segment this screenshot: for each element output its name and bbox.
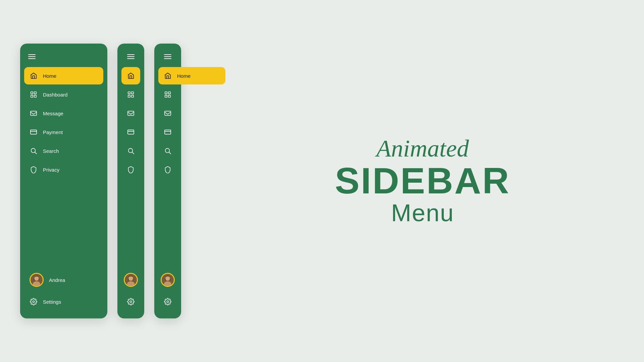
nav-label-message-expanded: Message xyxy=(43,111,63,116)
nav-label-payment-expanded: Payment xyxy=(43,129,63,135)
nav-item-privacy-medium[interactable] xyxy=(121,161,140,178)
nav-label-home-compact: Home xyxy=(177,73,191,79)
svg-rect-27 xyxy=(31,111,37,116)
nav-label-settings-expanded: Settings xyxy=(43,299,61,305)
svg-line-31 xyxy=(35,152,37,154)
nav-item-search-medium[interactable] xyxy=(121,142,140,160)
svg-rect-55 xyxy=(165,130,171,134)
privacy-icon xyxy=(30,166,38,174)
nav-item-home-compact[interactable]: Home xyxy=(158,67,225,84)
svg-point-62 xyxy=(167,301,169,303)
nav-item-home-medium[interactable] xyxy=(121,67,140,84)
home-icon xyxy=(30,72,38,80)
svg-point-35 xyxy=(35,277,39,281)
nav-label-privacy-expanded: Privacy xyxy=(43,167,59,173)
nav-label-home-expanded: Home xyxy=(43,73,56,79)
nav-item-message-compact[interactable] xyxy=(158,105,177,122)
svg-rect-54 xyxy=(165,111,171,116)
nav-item-settings-expanded[interactable]: Settings xyxy=(24,293,103,310)
sidebar-header-medium xyxy=(117,52,144,67)
svg-rect-25 xyxy=(31,95,33,97)
avatar-compact xyxy=(161,273,175,287)
svg-rect-23 xyxy=(31,92,33,94)
nav-item-settings-compact[interactable] xyxy=(164,293,172,310)
nav-label-search-expanded: Search xyxy=(43,148,59,154)
settings-icon-medium xyxy=(127,298,135,306)
search-icon xyxy=(30,147,38,155)
message-icon xyxy=(30,109,38,117)
dashboard-icon-compact xyxy=(164,90,172,99)
svg-rect-28 xyxy=(31,130,37,134)
nav-item-dashboard-expanded[interactable]: Dashboard xyxy=(24,86,103,103)
svg-point-36 xyxy=(33,301,35,303)
hero-line1: Animated xyxy=(335,135,510,162)
nav-item-payment-compact[interactable] xyxy=(158,123,177,141)
settings-icon-compact xyxy=(164,298,172,306)
home-icon-compact xyxy=(164,72,172,80)
nav-items-medium xyxy=(117,67,144,268)
svg-line-45 xyxy=(132,152,134,154)
payment-icon xyxy=(30,128,38,136)
privacy-icon-medium xyxy=(127,166,135,174)
nav-item-message-medium[interactable] xyxy=(121,105,140,122)
sidebar-header-compact xyxy=(154,52,181,67)
payment-icon-compact xyxy=(164,128,172,136)
nav-item-home-expanded[interactable]: Home xyxy=(24,67,103,84)
payment-icon-medium xyxy=(127,128,135,136)
svg-line-58 xyxy=(169,152,171,154)
nav-item-dashboard-medium[interactable] xyxy=(121,86,140,103)
sidebar-bottom-compact xyxy=(154,268,181,310)
dashboard-icon-medium xyxy=(127,90,135,99)
sidebar-bottom-expanded: Andrea Settings xyxy=(20,268,107,310)
hamburger-button-medium[interactable] xyxy=(127,54,135,59)
avatar-item-medium[interactable] xyxy=(124,268,138,292)
hero-line2: SIDEBAR xyxy=(335,162,510,199)
svg-point-47 xyxy=(128,276,133,281)
svg-rect-51 xyxy=(168,92,170,94)
page-layout: Home Dashboard Message xyxy=(0,0,644,362)
message-icon-compact xyxy=(164,109,172,117)
nav-items-compact: Home xyxy=(154,67,181,268)
nav-item-payment-medium[interactable] xyxy=(121,123,140,141)
avatar-medium xyxy=(124,273,138,287)
message-icon-medium xyxy=(127,109,135,117)
sidebars-area: Home Dashboard Message xyxy=(20,44,181,318)
nav-item-settings-medium[interactable] xyxy=(127,293,135,310)
svg-point-60 xyxy=(165,276,170,281)
nav-items-expanded: Home Dashboard Message xyxy=(20,67,107,268)
svg-rect-52 xyxy=(165,95,167,97)
nav-item-privacy-compact[interactable] xyxy=(158,161,177,178)
sidebar-bottom-medium xyxy=(117,268,144,310)
privacy-icon-compact xyxy=(164,166,172,174)
avatar-item-compact[interactable] xyxy=(161,268,175,292)
svg-rect-41 xyxy=(128,111,134,116)
sidebar-compact: Home xyxy=(154,44,181,318)
home-icon-medium xyxy=(127,72,135,80)
nav-item-privacy-expanded[interactable]: Privacy xyxy=(24,161,103,178)
svg-rect-42 xyxy=(128,130,134,134)
nav-item-search-compact[interactable] xyxy=(158,142,177,160)
avatar-item-expanded[interactable]: Andrea xyxy=(24,268,103,292)
nav-item-payment-expanded[interactable]: Payment xyxy=(24,123,103,141)
nav-item-dashboard-compact[interactable] xyxy=(158,86,177,103)
svg-rect-24 xyxy=(34,92,36,94)
content-area: Animated SIDEBAR Menu xyxy=(201,13,624,349)
settings-icon xyxy=(30,298,38,306)
nav-item-search-expanded[interactable]: Search xyxy=(24,142,103,160)
sidebar-medium xyxy=(117,44,144,318)
svg-point-49 xyxy=(130,301,132,303)
avatar-name-expanded: Andrea xyxy=(49,277,65,283)
hamburger-button-compact[interactable] xyxy=(164,54,171,59)
svg-rect-40 xyxy=(131,95,133,97)
hero-title-animated: Animated SIDEBAR Menu xyxy=(335,135,510,226)
nav-label-dashboard-expanded: Dashboard xyxy=(43,92,67,98)
svg-rect-26 xyxy=(34,95,36,97)
nav-item-message-expanded[interactable]: Message xyxy=(24,105,103,122)
sidebar-expanded: Home Dashboard Message xyxy=(20,44,107,318)
search-icon-compact xyxy=(164,147,172,155)
search-icon-medium xyxy=(127,147,135,155)
svg-rect-39 xyxy=(128,95,130,97)
svg-rect-37 xyxy=(128,92,130,94)
hamburger-button-expanded[interactable] xyxy=(28,54,36,59)
svg-rect-50 xyxy=(165,92,167,94)
